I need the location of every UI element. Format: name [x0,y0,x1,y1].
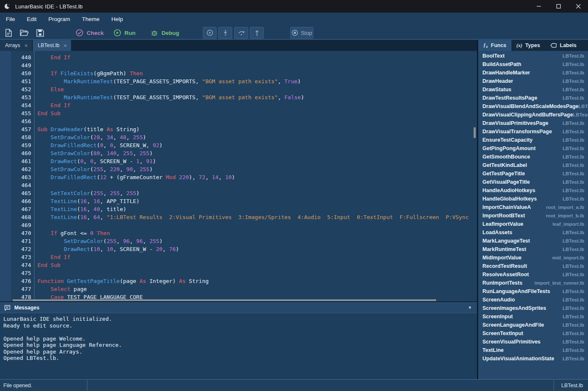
symbol-row[interactable]: MarkRuntimeTestLBTest.lb [478,245,588,254]
code-lines[interactable]: End If If FileExists(gBgmPath) Then Mark… [37,53,473,301]
step-out-button[interactable] [250,27,264,39]
status-message: File opened. [0,380,87,391]
symbol-file: LBTest.lb [562,339,584,344]
symbol-row[interactable]: RunLanguageAndFileTestsLBTest.lb [478,287,588,296]
symbol-name: ImportRootBText [482,213,525,219]
code-line: DrawRect(0, 0, SCREEN_W - 1, 91) [37,157,473,165]
step-into-button[interactable] [218,27,232,39]
tab-close-icon[interactable]: × [64,43,67,48]
debug-button[interactable]: Debug [151,27,179,38]
symbol-name: RecordTestResult [482,263,527,269]
symbol-row[interactable]: MarkLanguageTestLBTest.lb [478,237,588,245]
close-button[interactable] [568,0,588,13]
menu-program[interactable]: Program [42,13,76,26]
code-line: Function GetTestPageTitle(page As Intege… [37,277,473,285]
messages-title: Messages [14,305,40,311]
symbol-name: MarkRuntimeTest [482,246,526,252]
symbol-row[interactable]: DrawVisualTransformsPageLBTest.lb [478,127,588,136]
symbol-row[interactable]: LoadAssetsLBTest.lb [478,228,588,237]
symbol-row[interactable]: DrawHandleMarkerLBTest.lb [478,69,588,77]
symbol-row[interactable]: ScreenImagesAndSpritesLBTest.lb [478,304,588,312]
menu-file[interactable]: File [0,13,21,26]
open-file-button[interactable] [19,27,29,38]
run-button[interactable]: Run [114,27,135,38]
code-line: SetDrawColor(28, 34, 48, 255) [37,133,473,141]
symbol-row[interactable]: DrawVisualBlendAndScaleModesPageLBTest.l… [478,102,588,111]
status-bar: File opened. LBTest.lb [0,379,588,391]
symbol-row[interactable]: ResolveAssetRootLBTest.lb [478,270,588,279]
symbol-row[interactable]: ScreenInputLBTest.lb [478,312,588,321]
symbol-name: GetTestKindLabel [482,162,527,168]
symbol-file: LBTest.lb [562,331,584,336]
symbol-file: LBTest.lb [562,196,584,201]
symbol-row[interactable]: DrawTestResultsPageLBTest.lb [478,94,588,102]
step-over-button[interactable] [234,27,248,39]
symbol-row[interactable]: UpdateVisualAnimationStateLBTest.lb [478,354,588,363]
symbol-row[interactable]: DrawHeaderLBTest.lb [478,77,588,85]
symbol-row[interactable]: DrawVisualClippingAndBuffersPageLBTest.l… [478,111,588,119]
symbol-row[interactable]: ScreenAudioLBTest.lb [478,296,588,304]
messages-dropdown-icon[interactable]: ▾ [469,305,471,310]
stop-button[interactable]: Stop [290,27,313,39]
symbol-row[interactable]: RecordTestResultLBTest.lb [478,262,588,270]
symbol-row[interactable]: GetSmoothBounceLBTest.lb [478,153,588,161]
menu-edit[interactable]: Edit [21,13,42,26]
line-numbers: 4484494504514524534544554564574584594604… [11,53,34,301]
symbol-row[interactable]: BuildAssetPathLBTest.lb [478,60,588,69]
line-number: 449 [11,61,31,69]
line-number: 461 [11,157,31,165]
tab-labels[interactable]: Labels [545,40,582,51]
symbol-row[interactable]: BoolTextLBTest.lb [478,52,588,60]
line-number: 456 [11,117,31,125]
symbol-row[interactable]: DrawVisualPrimitivesPageLBTest.lb [478,119,588,127]
symbol-row[interactable]: MidImportValuemid_import.lb [478,254,588,262]
funcs-icon: ƒx [483,42,488,49]
symbol-row[interactable]: ImportRootBTextroot_import_b.lb [478,211,588,220]
tab-lbtest-lb[interactable]: LBTest.lb× [33,40,71,51]
code-editor[interactable]: 4484494504514524534544554564574584594604… [0,51,477,301]
minimize-button[interactable] [529,0,548,13]
symbol-name: DrawStatus [482,87,511,92]
symbol-row[interactable]: TextLineLBTest.lb [478,346,588,354]
code-line [37,269,473,277]
check-button[interactable]: Check [76,27,104,38]
vertical-scrollbar-thumb[interactable] [474,127,476,138]
maximize-button[interactable] [548,0,568,13]
symbol-row[interactable]: LeafImportValueleaf_import.lb [478,220,588,228]
symbol-row[interactable]: HandleAudioHotkeysLBTest.lb [478,186,588,195]
tab-close-icon[interactable]: × [24,43,28,48]
new-file-button[interactable] [3,27,14,38]
window-title: LunarBasic IDE - LBTest.lb [15,3,83,10]
breakpoint-gutter[interactable] [0,51,11,301]
symbol-row[interactable]: ScreenTextInputLBTest.lb [478,329,588,338]
save-file-button[interactable] [34,27,45,38]
message-line: Opened help page Arrays. [3,349,477,355]
symbol-row[interactable]: RunImportTestsimport_test_runner.lb [478,279,588,287]
symbol-name: ScreenImagesAndSprites [482,305,546,311]
symbol-row[interactable]: ImportChainValueAroot_import_a.lb [478,203,588,211]
gutter-divider [34,51,34,301]
symbol-row[interactable]: GetTestKindLabelLBTest.lb [478,161,588,169]
symbol-file: LBTest.lb [562,137,584,143]
menu-theme[interactable]: Theme [76,13,106,26]
menu-help[interactable]: Help [106,13,129,26]
symbol-name: RunImportTests [482,280,522,286]
tab-types[interactable]: (x) Types [511,40,545,51]
symbol-row[interactable]: EnsureTestCapacityLBTest.lb [478,136,588,144]
symbol-row[interactable]: GetPingPongAmountLBTest.lb [478,144,588,153]
symbol-row[interactable]: GetVisualPageTitleLBTest.lb [478,178,588,186]
continue-button[interactable] [203,27,217,39]
line-number: 471 [11,237,31,245]
labels-icon [550,43,557,48]
symbol-row[interactable]: ScreenLanguageAndFileLBTest.lb [478,321,588,329]
horizontal-scrollbar-thumb[interactable] [13,299,436,301]
symbol-name: BoolText [482,53,505,59]
symbol-row[interactable]: HandleGlobalHotkeysLBTest.lb [478,195,588,203]
main-area: Arrays×LBTest.lb× 4484494504514524534544… [0,40,588,379]
tab-funcs[interactable]: ƒx Funcs [478,40,511,51]
symbol-row[interactable]: DrawStatusLBTest.lb [478,85,588,94]
symbol-row[interactable]: GetTestPageTitleLBTest.lb [478,169,588,178]
tab-arrays[interactable]: Arrays× [0,40,32,51]
symbol-row[interactable]: ScreenVisualPrimitivesLBTest.lb [478,338,588,346]
messages-log: LunarBasic IDE shell initialized.Ready t… [0,313,477,362]
